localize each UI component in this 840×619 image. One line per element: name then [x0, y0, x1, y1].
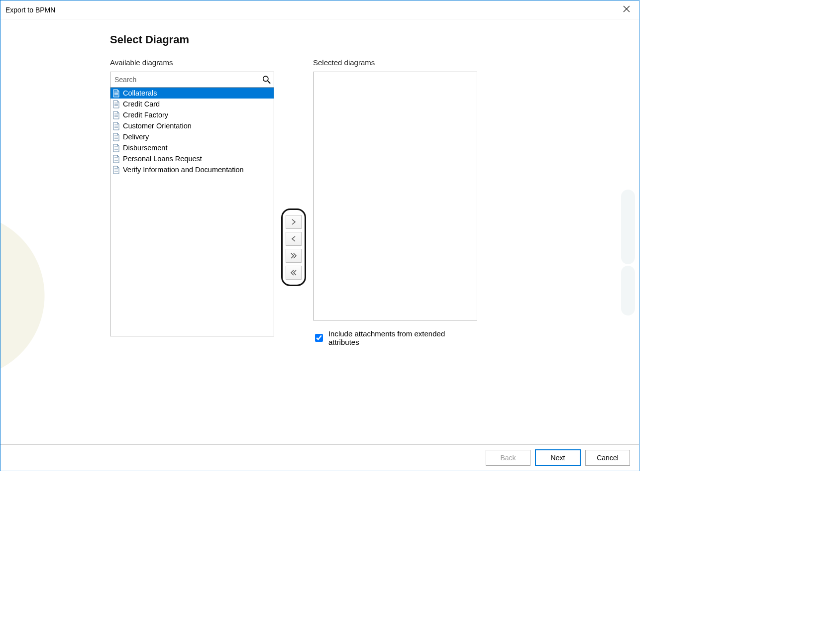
close-button[interactable]	[615, 0, 637, 19]
list-item[interactable]: Credit Factory	[110, 109, 274, 120]
list-item-label: Verify Information and Documentation	[123, 166, 244, 174]
available-diagrams-list[interactable]: CollateralsCredit CardCredit FactoryCust…	[110, 88, 274, 336]
chevron-left-icon	[290, 235, 297, 242]
document-icon	[112, 111, 120, 119]
page-title: Select Diagram	[110, 33, 619, 46]
back-button[interactable]: Back	[486, 450, 530, 466]
remove-button[interactable]	[286, 232, 302, 246]
include-attachments-option[interactable]: Include attachments from extended attrib…	[313, 329, 477, 346]
remove-all-button[interactable]	[286, 266, 302, 280]
list-item[interactable]: Collaterals	[110, 88, 274, 99]
document-icon	[112, 122, 120, 130]
window-title: Export to BPMN	[5, 6, 55, 14]
document-icon	[112, 89, 120, 98]
list-item-label: Disbursement	[123, 144, 167, 152]
document-icon	[112, 133, 120, 141]
add-button[interactable]	[286, 215, 302, 229]
cancel-button[interactable]: Cancel	[585, 450, 630, 466]
titlebar: Export to BPMN	[0, 0, 639, 19]
list-item-label: Personal Loans Request	[123, 155, 202, 163]
double-chevron-right-icon	[290, 252, 297, 259]
search-input[interactable]	[110, 72, 274, 87]
list-item-label: Collaterals	[123, 89, 157, 97]
document-icon	[112, 166, 120, 174]
list-item-label: Customer Orientation	[123, 122, 192, 130]
include-attachments-label: Include attachments from extended attrib…	[328, 329, 477, 346]
next-button[interactable]: Next	[535, 450, 580, 466]
content-area: Select Diagram Available diagrams Collat…	[0, 19, 639, 444]
list-item-label: Credit Card	[123, 100, 160, 108]
list-item[interactable]: Disbursement	[110, 142, 274, 153]
document-icon	[112, 144, 120, 152]
list-item-label: Credit Factory	[123, 111, 168, 119]
document-icon	[112, 155, 120, 163]
export-bpmn-window: Export to BPMN Select Diagram Available …	[0, 0, 639, 471]
list-item[interactable]: Customer Orientation	[110, 120, 274, 131]
document-icon	[112, 100, 120, 108]
selected-diagrams-label: Selected diagrams	[313, 58, 477, 67]
include-attachments-checkbox[interactable]	[315, 334, 323, 342]
diagram-picker: Available diagrams CollateralsCredit Car…	[110, 58, 619, 346]
list-item-label: Delivery	[123, 133, 149, 141]
list-item[interactable]: Personal Loans Request	[110, 153, 274, 164]
add-all-button[interactable]	[286, 249, 302, 263]
double-chevron-left-icon	[290, 269, 297, 276]
transfer-buttons-group	[281, 208, 306, 286]
wizard-footer: Back Next Cancel	[0, 444, 639, 471]
close-icon	[623, 5, 630, 14]
list-item[interactable]: Verify Information and Documentation	[110, 164, 274, 175]
list-item[interactable]: Credit Card	[110, 99, 274, 109]
chevron-right-icon	[290, 218, 297, 225]
search-wrapper	[110, 72, 274, 88]
list-item[interactable]: Delivery	[110, 131, 274, 142]
selected-diagrams-list[interactable]	[313, 72, 477, 320]
available-diagrams-label: Available diagrams	[110, 58, 274, 67]
